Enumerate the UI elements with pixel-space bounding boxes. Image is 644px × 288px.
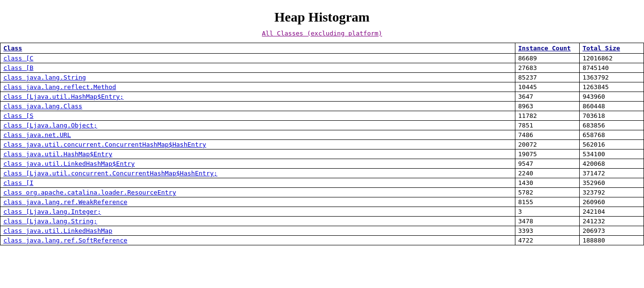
- total-size-cell: 371472: [579, 169, 644, 178]
- instance-count-cell: 86689: [515, 54, 579, 63]
- total-size-cell: 562016: [579, 140, 644, 150]
- class-cell: class [Ljava.lang.Integer;: [0, 207, 515, 217]
- total-size-cell: 943960: [579, 92, 644, 102]
- class-link[interactable]: class java.lang.String: [3, 74, 86, 81]
- total-size-cell: 534100: [579, 150, 644, 159]
- table-row: class [Ljava.lang.Object;7851683856: [0, 121, 644, 130]
- class-link[interactable]: class java.lang.reflect.Method: [3, 83, 116, 91]
- table-row: class [C8668912016862: [0, 54, 644, 63]
- class-cell: class java.lang.ref.SoftReference: [0, 236, 515, 245]
- instance-count-cell: 27683: [515, 63, 579, 73]
- total-size-cell: 1363792: [579, 73, 644, 82]
- instance-count-cell: 10445: [515, 82, 579, 92]
- instance-count-cell: 11782: [515, 111, 579, 121]
- instance-count-cell: 8155: [515, 197, 579, 207]
- instance-count-cell: 8963: [515, 102, 579, 111]
- class-link[interactable]: class java.lang.Class: [3, 103, 82, 110]
- class-cell: class java.util.HashMap$Entry: [0, 150, 515, 159]
- table-row: class [Ljava.util.concurrent.ConcurrentH…: [0, 169, 644, 178]
- total-size-cell: 683856: [579, 121, 644, 130]
- total-size-cell: 12016862: [579, 54, 644, 63]
- class-link[interactable]: class [S: [3, 112, 34, 119]
- instance-count-cell: 9547: [515, 159, 579, 169]
- class-link[interactable]: class [B: [3, 64, 34, 71]
- class-link[interactable]: class java.util.HashMap$Entry: [3, 150, 112, 158]
- table-row: class java.net.URL7486658768: [0, 130, 644, 140]
- class-link[interactable]: class [C: [3, 55, 34, 62]
- class-link[interactable]: class [Ljava.util.HashMap$Entry;: [3, 93, 123, 100]
- total-size-cell: 206973: [579, 226, 644, 236]
- table-row: class [S11782703618: [0, 111, 644, 121]
- class-cell: class [Ljava.util.concurrent.ConcurrentH…: [0, 169, 515, 178]
- table-row: class [Ljava.lang.Integer;3242104: [0, 207, 644, 217]
- class-cell: class java.lang.reflect.Method: [0, 82, 515, 92]
- instance-count-cell: 1430: [515, 178, 579, 188]
- table-row: class [B276838745140: [0, 63, 644, 73]
- class-cell: class [B: [0, 63, 515, 73]
- class-cell: class [C: [0, 54, 515, 63]
- class-cell: class [I: [0, 178, 515, 188]
- table-row: class java.util.concurrent.ConcurrentHas…: [0, 140, 644, 150]
- table-row: class java.lang.ref.SoftReference4722188…: [0, 236, 644, 245]
- header-instance-link[interactable]: Instance Count: [518, 45, 571, 52]
- class-link[interactable]: class java.net.URL: [3, 131, 71, 138]
- header-total-size: Total Size: [579, 43, 644, 54]
- table-row: class [Ljava.util.HashMap$Entry;36479439…: [0, 92, 644, 102]
- total-size-cell: 860448: [579, 102, 644, 111]
- table-row: class java.lang.String852371363792: [0, 73, 644, 82]
- total-size-cell: 703618: [579, 111, 644, 121]
- class-cell: class [Ljava.lang.Object;: [0, 121, 515, 130]
- class-link[interactable]: class org.apache.catalina.loader.Resourc…: [3, 189, 176, 196]
- histogram-table: Class Instance Count Total Size class [C…: [0, 43, 644, 245]
- total-size-cell: 420068: [579, 159, 644, 169]
- header-class: Class: [0, 43, 515, 54]
- class-cell: class java.lang.String: [0, 73, 515, 82]
- instance-count-cell: 19075: [515, 150, 579, 159]
- page-title: Heap Histogram: [0, 0, 644, 30]
- total-size-cell: 8745140: [579, 63, 644, 73]
- class-cell: class java.util.concurrent.ConcurrentHas…: [0, 140, 515, 150]
- total-size-cell: 658768: [579, 130, 644, 140]
- class-link[interactable]: class java.lang.ref.SoftReference: [3, 237, 127, 244]
- table-row: class [Ljava.lang.String;3478241232: [0, 217, 644, 226]
- instance-count-cell: 3647: [515, 92, 579, 102]
- total-size-cell: 242104: [579, 207, 644, 217]
- header-instance-count: Instance Count: [515, 43, 579, 54]
- class-cell: class [S: [0, 111, 515, 121]
- class-link[interactable]: class java.util.concurrent.ConcurrentHas…: [3, 141, 206, 148]
- class-link[interactable]: class [Ljava.lang.Object;: [3, 122, 97, 129]
- total-size-cell: 352960: [579, 178, 644, 188]
- table-row: class java.util.LinkedHashMap$Entry95474…: [0, 159, 644, 169]
- class-link[interactable]: class [I: [3, 179, 34, 186]
- class-link[interactable]: class [Ljava.lang.String;: [3, 218, 97, 225]
- instance-count-cell: 7851: [515, 121, 579, 130]
- class-cell: class java.lang.ref.WeakReference: [0, 197, 515, 207]
- instance-count-cell: 4722: [515, 236, 579, 245]
- class-cell: class java.net.URL: [0, 130, 515, 140]
- class-link[interactable]: class java.lang.ref.WeakReference: [3, 198, 127, 206]
- subtitle: All Classes (excluding platform): [0, 30, 644, 37]
- table-row: class [I1430352960: [0, 178, 644, 188]
- table-row: class java.util.HashMap$Entry19075534100: [0, 150, 644, 159]
- instance-count-cell: 3393: [515, 226, 579, 236]
- class-link[interactable]: class java.util.LinkedHashMap$Entry: [3, 160, 135, 167]
- instance-count-cell: 3: [515, 207, 579, 217]
- table-row: class java.lang.ref.WeakReference8155260…: [0, 197, 644, 207]
- class-link[interactable]: class java.util.LinkedHashMap: [3, 227, 112, 234]
- total-size-cell: 1263845: [579, 82, 644, 92]
- header-class-link[interactable]: Class: [3, 45, 22, 52]
- instance-count-cell: 85237: [515, 73, 579, 82]
- class-cell: class org.apache.catalina.loader.Resourc…: [0, 188, 515, 197]
- total-size-cell: 260960: [579, 197, 644, 207]
- header-size-link[interactable]: Total Size: [583, 45, 620, 52]
- instance-count-cell: 20072: [515, 140, 579, 150]
- total-size-cell: 241232: [579, 217, 644, 226]
- instance-count-cell: 7486: [515, 130, 579, 140]
- class-cell: class [Ljava.util.HashMap$Entry;: [0, 92, 515, 102]
- class-cell: class java.lang.Class: [0, 102, 515, 111]
- class-cell: class [Ljava.lang.String;: [0, 217, 515, 226]
- class-link[interactable]: class [Ljava.lang.Integer;: [3, 208, 101, 215]
- all-classes-link[interactable]: All Classes (excluding platform): [262, 30, 382, 37]
- class-link[interactable]: class [Ljava.util.concurrent.ConcurrentH…: [3, 170, 217, 177]
- class-cell: class java.util.LinkedHashMap$Entry: [0, 159, 515, 169]
